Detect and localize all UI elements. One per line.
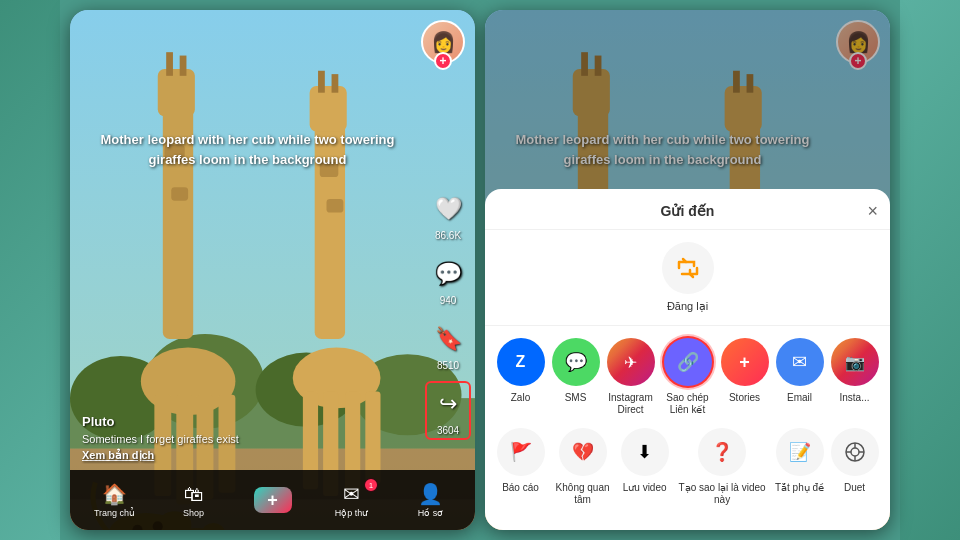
action-duet[interactable]: Duet bbox=[827, 428, 882, 506]
like-button[interactable]: 🤍 86.6K bbox=[429, 190, 467, 241]
avatar-follow-button[interactable]: + bbox=[434, 52, 452, 70]
left-phone-screen: 👩 + Mother leopard with her cub while tw… bbox=[70, 10, 475, 530]
nav-inbox-label: Hộp thư bbox=[335, 508, 369, 518]
copy-link-label: Sao chép Liên kết bbox=[658, 392, 717, 416]
share-sms[interactable]: 💬 SMS bbox=[548, 338, 603, 416]
zalo-label: Zalo bbox=[511, 392, 530, 404]
action-report[interactable]: 🚩 Báo cáo bbox=[493, 428, 548, 506]
nav-profile[interactable]: 👤 Hồ sơ bbox=[408, 482, 453, 518]
like-count: 86.6K bbox=[435, 230, 461, 241]
translate-link[interactable]: Xem bản dịch bbox=[82, 449, 415, 462]
svg-rect-20 bbox=[310, 86, 347, 132]
report-label: Báo cáo bbox=[502, 482, 539, 494]
nav-home-label: Trang chủ bbox=[94, 508, 135, 518]
svg-rect-21 bbox=[318, 71, 325, 93]
messenger-icon-circle: ✈ bbox=[607, 338, 655, 386]
repost-section: Đăng lại bbox=[485, 230, 890, 326]
nav-shop-label: Shop bbox=[183, 508, 204, 518]
copy-link-icon-circle: 🔗 bbox=[664, 338, 712, 386]
instagram-direct-label: Instagram Direct bbox=[603, 392, 658, 416]
bookmark-count: 8510 bbox=[437, 360, 459, 371]
bottom-nav: 🏠 Trang chủ 🛍 Shop + ✉ Hộp thư 1 👤 Hồ sơ bbox=[70, 470, 475, 530]
action-not-interested[interactable]: 💔 Không quan tâm bbox=[548, 428, 617, 506]
nav-shop[interactable]: 🛍 Shop bbox=[171, 483, 216, 518]
share-email[interactable]: ✉ Email bbox=[772, 338, 827, 416]
create-button[interactable]: + bbox=[254, 487, 292, 513]
share-instagram-direct[interactable]: ✈ Instagram Direct bbox=[603, 338, 658, 416]
left-background bbox=[0, 0, 60, 540]
instagram-label: Insta... bbox=[839, 392, 869, 404]
not-interested-label: Không quan tâm bbox=[548, 482, 617, 506]
action-repost2[interactable]: ❓ Tạo sao lại là video này bbox=[672, 428, 772, 506]
captions-icon-circle: 📝 bbox=[776, 428, 824, 476]
repost-icon bbox=[674, 254, 702, 282]
not-interested-icon-circle: 💔 bbox=[559, 428, 607, 476]
nav-create[interactable]: + bbox=[250, 487, 295, 513]
inbox-icon: ✉ bbox=[343, 482, 360, 506]
save-icon-circle: ⬇ bbox=[621, 428, 669, 476]
modal-header: Gửi đến × bbox=[485, 189, 890, 230]
save-label: Lưu video bbox=[623, 482, 667, 494]
share-items-row: Z Zalo 💬 SMS ✈ Instagram Direct bbox=[485, 326, 890, 424]
repost-label: Đăng lại bbox=[667, 300, 708, 313]
sms-label: SMS bbox=[565, 392, 587, 404]
svg-rect-22 bbox=[332, 74, 339, 93]
duet-label: Duet bbox=[844, 482, 865, 494]
repost2-label: Tạo sao lại là video này bbox=[672, 482, 772, 506]
action-captions[interactable]: 📝 Tắt phụ đề bbox=[772, 428, 827, 506]
screens-container: 👩 + Mother leopard with her cub while tw… bbox=[60, 0, 900, 540]
share-instagram[interactable]: 📷 Insta... bbox=[827, 338, 882, 416]
action-save[interactable]: ⬇ Lưu video bbox=[617, 428, 672, 506]
svg-rect-18 bbox=[171, 187, 188, 201]
repost-item[interactable]: Đăng lại bbox=[662, 242, 714, 313]
comment-count: 940 bbox=[440, 295, 457, 306]
right-actions: 🤍 86.6K 💬 940 🔖 8510 ↪ 3604 bbox=[429, 190, 467, 436]
comment-icon: 💬 bbox=[429, 255, 467, 293]
avatar-container: 👩 + bbox=[421, 20, 465, 64]
inbox-badge: 1 bbox=[364, 478, 378, 492]
zalo-icon-circle: Z bbox=[497, 338, 545, 386]
video-caption: Mother leopard with her cub while two to… bbox=[85, 130, 410, 169]
share-copy-link[interactable]: 🔗 Sao chép Liên kết bbox=[658, 338, 717, 416]
sms-icon-circle: 💬 bbox=[552, 338, 600, 386]
report-icon-circle: 🚩 bbox=[497, 428, 545, 476]
nav-profile-label: Hồ sơ bbox=[418, 508, 444, 518]
stories-label: Stories bbox=[729, 392, 760, 404]
heart-icon: 🤍 bbox=[429, 190, 467, 228]
share-highlight bbox=[425, 381, 471, 440]
svg-rect-11 bbox=[180, 56, 187, 76]
duet-icon bbox=[844, 441, 866, 463]
home-icon: 🏠 bbox=[102, 482, 127, 506]
bottom-user-info: Pluto Sometimes I forget giraffes exist … bbox=[82, 414, 415, 462]
modal-title: Gửi đến bbox=[661, 203, 715, 219]
nav-inbox[interactable]: ✉ Hộp thư 1 bbox=[329, 482, 374, 518]
profile-icon: 👤 bbox=[418, 482, 443, 506]
repost-icon-circle bbox=[662, 242, 714, 294]
share-stories[interactable]: + Stories bbox=[717, 338, 772, 416]
svg-rect-9 bbox=[158, 69, 195, 116]
shop-icon: 🛍 bbox=[184, 483, 204, 506]
stories-icon-circle: + bbox=[721, 338, 769, 386]
username[interactable]: Pluto bbox=[82, 414, 415, 429]
email-icon-circle: ✉ bbox=[776, 338, 824, 386]
svg-rect-29 bbox=[327, 199, 344, 213]
comment-button[interactable]: 💬 940 bbox=[429, 255, 467, 306]
share-button[interactable]: ↪ 3604 bbox=[429, 385, 467, 436]
bookmark-button[interactable]: 🔖 8510 bbox=[429, 320, 467, 371]
right-phone-screen: 👩 + Mother leopard with her cub while tw… bbox=[485, 10, 890, 530]
bookmark-icon: 🔖 bbox=[429, 320, 467, 358]
share-modal: Gửi đến × Đăng lại bbox=[485, 189, 890, 530]
email-label: Email bbox=[787, 392, 812, 404]
captions-label: Tắt phụ đề bbox=[775, 482, 824, 494]
repost2-icon-circle: ❓ bbox=[698, 428, 746, 476]
video-description: Sometimes I forget giraffes exist bbox=[82, 433, 415, 445]
svg-point-76 bbox=[851, 448, 859, 456]
nav-home[interactable]: 🏠 Trang chủ bbox=[92, 482, 137, 518]
share-zalo[interactable]: Z Zalo bbox=[493, 338, 548, 416]
modal-close-button[interactable]: × bbox=[867, 201, 878, 222]
duet-icon-circle bbox=[831, 428, 879, 476]
action-items-row: 🚩 Báo cáo 💔 Không quan tâm ⬇ Lưu video bbox=[485, 424, 890, 510]
instagram-icon-circle: 📷 bbox=[831, 338, 879, 386]
svg-rect-10 bbox=[166, 52, 173, 76]
right-background bbox=[900, 0, 960, 540]
